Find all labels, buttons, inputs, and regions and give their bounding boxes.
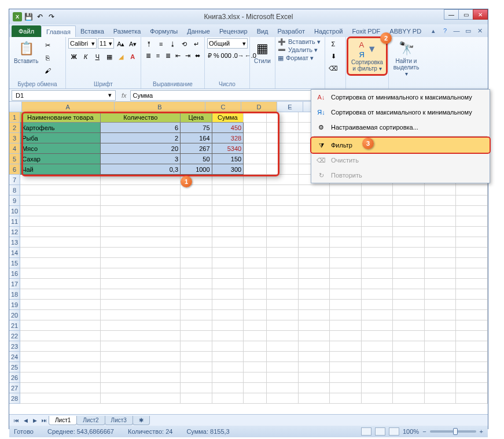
cell[interactable] [330, 352, 362, 362]
inc-decimal-icon[interactable]: .0→ [233, 50, 244, 61]
cell[interactable] [244, 393, 267, 404]
cell[interactable] [267, 268, 299, 279]
cell[interactable] [267, 393, 299, 404]
cell[interactable] [393, 268, 425, 279]
cell[interactable] [456, 258, 488, 268]
cell[interactable] [330, 258, 362, 268]
cell[interactable] [101, 300, 181, 310]
format-cells-button[interactable]: ▦Формат ▾ [278, 54, 322, 62]
cell[interactable] [267, 112, 299, 123]
reapply-item[interactable]: ↻Повторить [311, 168, 490, 183]
cell[interactable]: 50 [181, 154, 212, 164]
cell[interactable] [181, 310, 212, 320]
sheet-tab-2[interactable]: Лист2 [76, 416, 105, 425]
cell[interactable] [299, 341, 330, 352]
row-header[interactable]: 25 [9, 362, 20, 372]
cell[interactable]: 0,3 [101, 164, 181, 175]
row-header[interactable]: 7 [9, 175, 20, 185]
cell[interactable] [244, 320, 267, 331]
orientation-icon[interactable]: ⟲ [179, 38, 190, 50]
cell[interactable] [244, 206, 267, 216]
bold-icon[interactable]: Ж [68, 51, 79, 62]
page-layout-view-icon[interactable] [375, 427, 385, 436]
cell[interactable] [330, 279, 362, 289]
cell[interactable] [267, 258, 299, 268]
cell[interactable] [393, 352, 425, 362]
row-header[interactable]: 12 [9, 227, 20, 237]
row-header[interactable]: 15 [9, 258, 20, 268]
cell[interactable] [299, 393, 330, 404]
row-header[interactable]: 5 [9, 154, 20, 164]
cell[interactable] [425, 300, 457, 310]
cell[interactable] [330, 248, 362, 258]
doc-close-icon[interactable]: ✕ [475, 26, 484, 35]
row-header[interactable]: 8 [9, 185, 20, 195]
cell[interactable] [20, 362, 101, 372]
cell[interactable] [425, 383, 457, 393]
cell[interactable] [101, 289, 181, 300]
row-header[interactable]: 18 [9, 289, 20, 300]
cell[interactable] [456, 206, 488, 216]
minimize-ribbon-icon[interactable]: ▴ [429, 26, 438, 35]
cell[interactable] [181, 289, 212, 300]
italic-icon[interactable]: К [80, 51, 91, 62]
font-color-icon[interactable]: А [127, 51, 138, 62]
cell[interactable]: 300 [212, 164, 244, 175]
cell[interactable] [267, 248, 299, 258]
cell[interactable] [393, 227, 425, 237]
cell[interactable] [101, 393, 181, 404]
cell[interactable] [212, 216, 244, 227]
cell[interactable] [456, 237, 488, 248]
row-header[interactable]: 19 [9, 300, 20, 310]
align-left-icon[interactable]: ≣ [144, 50, 153, 61]
merge-icon[interactable]: ⬌ [193, 50, 202, 61]
cell[interactable] [362, 227, 393, 237]
cell[interactable] [362, 383, 393, 393]
row-header[interactable]: 20 [9, 310, 20, 320]
cell[interactable] [393, 310, 425, 320]
cell[interactable] [456, 227, 488, 237]
indent-inc-icon[interactable]: ⇥ [183, 50, 192, 61]
cell[interactable] [181, 279, 212, 289]
col-header-B[interactable]: B [115, 102, 206, 112]
cell[interactable] [393, 206, 425, 216]
tab-nav-prev-icon[interactable]: ◀ [21, 416, 30, 425]
cell[interactable] [330, 227, 362, 237]
cell[interactable] [425, 331, 457, 341]
cell[interactable] [244, 352, 267, 362]
tab-insert[interactable]: Вставка [76, 25, 109, 37]
cell[interactable] [20, 320, 101, 331]
cell[interactable] [299, 237, 330, 248]
cell[interactable] [425, 320, 457, 331]
fx-icon[interactable]: fx [118, 92, 130, 99]
format-painter-icon[interactable]: 🖌 [42, 65, 53, 76]
cell[interactable] [20, 372, 101, 383]
cell[interactable] [101, 206, 181, 216]
cell[interactable] [212, 279, 244, 289]
cell[interactable] [330, 195, 362, 206]
cell[interactable] [20, 175, 101, 185]
cell[interactable] [244, 195, 267, 206]
cell[interactable]: Цена [181, 112, 212, 123]
cell[interactable]: Наименование товара [20, 112, 101, 123]
row-header[interactable]: 4 [9, 143, 20, 154]
cell[interactable] [330, 341, 362, 352]
cell[interactable] [299, 362, 330, 372]
cell[interactable] [244, 227, 267, 237]
cell[interactable] [267, 133, 299, 143]
tab-addins[interactable]: Надстрой [310, 25, 347, 37]
cell[interactable] [244, 237, 267, 248]
cell[interactable] [101, 362, 181, 372]
sort-desc-item[interactable]: Я↓Сортировка от максимального к минималь… [311, 105, 490, 120]
cell[interactable] [330, 320, 362, 331]
cell[interactable] [362, 310, 393, 320]
cell[interactable] [212, 175, 244, 185]
cell[interactable] [212, 248, 244, 258]
cell[interactable] [267, 320, 299, 331]
cell[interactable] [299, 320, 330, 331]
save-icon[interactable]: 💾 [23, 12, 34, 22]
cell[interactable] [330, 362, 362, 372]
cell[interactable] [267, 289, 299, 300]
cell[interactable] [299, 331, 330, 341]
cell[interactable] [101, 195, 181, 206]
